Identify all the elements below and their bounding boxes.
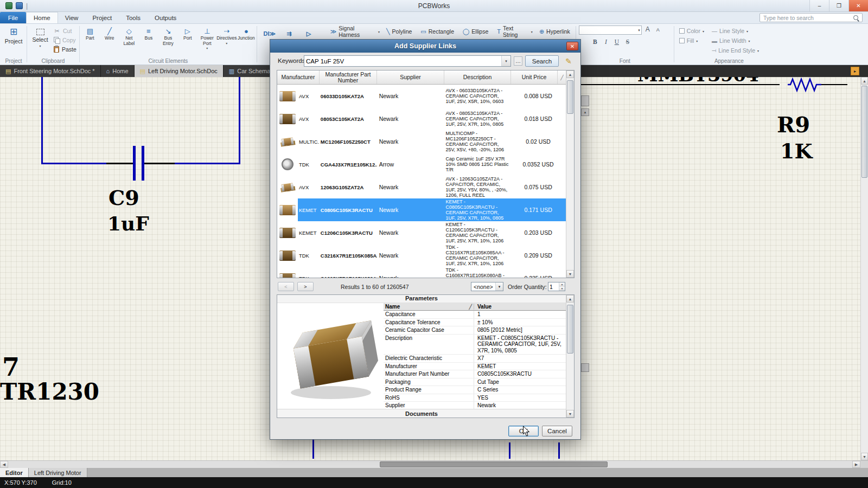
keywords-input[interactable] bbox=[306, 57, 500, 66]
ribbon-copy-button[interactable]: Copy bbox=[54, 36, 76, 44]
ribbon-bus-button[interactable]: ≡ Bus bbox=[139, 25, 158, 52]
param-name-header[interactable]: Name bbox=[384, 304, 465, 310]
transistor-part-label[interactable]: MMBT3904 bbox=[637, 77, 759, 84]
font-size-increase-button[interactable]: A bbox=[643, 25, 652, 35]
wire-segment[interactable] bbox=[312, 437, 314, 459]
wire-segment[interactable] bbox=[821, 84, 847, 85]
ribbon-directives-button[interactable]: ⇢ Directives ▾ bbox=[217, 25, 237, 52]
dialog-titlebar[interactable]: Add Supplier Links ✕ bbox=[270, 40, 580, 53]
ribbon-polyline-button[interactable]: ╲ Polyline bbox=[384, 27, 417, 36]
resistor-symbol[interactable] bbox=[788, 78, 821, 93]
column-header-unit-price[interactable]: Unit Price bbox=[511, 70, 558, 84]
wire-segment[interactable] bbox=[558, 442, 560, 459]
file-menu-button[interactable]: File bbox=[0, 12, 26, 23]
chevron-down-icon[interactable]: ▾ bbox=[501, 56, 510, 66]
font-size-decrease-button[interactable]: A bbox=[654, 25, 662, 35]
ribbon-power-port-button[interactable]: ⊥ Power Port ▾ bbox=[197, 25, 217, 52]
ok-button[interactable]: OK bbox=[508, 426, 539, 436]
wire-segment[interactable] bbox=[578, 84, 780, 85]
ribbon-bus-entry-button[interactable]: ↘ Bus Entry bbox=[158, 25, 178, 52]
parameters-section-header[interactable]: Parameters bbox=[277, 295, 566, 303]
order-quantity-stepper[interactable]: ▲▼ bbox=[548, 282, 565, 291]
ribbon-text-string-button[interactable]: T Text String ▾ bbox=[494, 27, 535, 36]
ribbon-signal-harness-button[interactable]: ≫ Signal Harness ▾ bbox=[328, 27, 382, 36]
doc-tab-home[interactable]: ⌂ Home bbox=[101, 65, 135, 77]
panel-grip[interactable] bbox=[581, 363, 589, 372]
scrollbar-thumb[interactable] bbox=[861, 86, 867, 178]
resistor-value[interactable]: 1K bbox=[780, 141, 812, 162]
scroll-down-icon[interactable]: ▼ bbox=[566, 410, 574, 418]
more-options-button[interactable]: … bbox=[514, 56, 522, 66]
wire-segment[interactable] bbox=[41, 163, 106, 164]
doc-tab-left-driving-motor-schdoc[interactable]: ▤ Left Driving Motor.SchDoc bbox=[135, 65, 224, 77]
supplier-result-row[interactable]: TDK C1608X7R1E105K080AB Newark TDK - C16… bbox=[277, 267, 566, 278]
ribbon-wire-button[interactable]: ╱ Wire bbox=[100, 25, 119, 52]
dialog-search-button[interactable]: Search bbox=[525, 55, 559, 67]
editor-vertical-scrollbar[interactable]: ▲ ▼ bbox=[860, 77, 868, 460]
capacitor-designator[interactable]: C9 bbox=[108, 188, 139, 208]
wire-segment[interactable] bbox=[144, 163, 175, 164]
tab-outputs[interactable]: Outputs bbox=[148, 12, 183, 23]
bottom-tab-editor[interactable]: Editor bbox=[0, 468, 29, 477]
italic-button[interactable]: I bbox=[602, 37, 610, 46]
capacitor-value[interactable]: 1uF bbox=[107, 214, 149, 233]
ribbon-part-button[interactable]: ▤ Part bbox=[80, 25, 100, 52]
underline-button[interactable]: U bbox=[612, 37, 621, 46]
ribbon-junction-button[interactable]: ● Junction bbox=[237, 25, 256, 52]
column-header-description[interactable]: Description bbox=[444, 70, 511, 84]
results-scrollbar[interactable]: ▲ ▼ bbox=[566, 70, 574, 278]
ribbon-net-label-button[interactable]: ◇ Net Label bbox=[119, 25, 139, 52]
search-input[interactable] bbox=[760, 15, 853, 21]
parameters-scrollbar[interactable]: ▲ ▼ bbox=[566, 295, 574, 418]
sort-indicator-icon[interactable]: ╱ bbox=[558, 75, 566, 80]
wire-segment[interactable] bbox=[41, 77, 43, 164]
panel-grip[interactable] bbox=[581, 95, 589, 106]
close-button[interactable]: ✕ bbox=[848, 0, 868, 11]
spinner-icons[interactable]: ▲▼ bbox=[559, 282, 565, 291]
ribbon-ellipse-button[interactable]: ◯ Ellipse bbox=[460, 27, 493, 36]
supplier-result-row[interactable]: TDK CGA4J3X7R1E105K12... Arrow Cap Ceram… bbox=[277, 153, 566, 176]
panel-collapse-icon[interactable]: ▴ bbox=[581, 108, 589, 116]
supplier-result-row[interactable]: MULTIC... MC1206F105Z250CT Newark MULTIC… bbox=[277, 130, 566, 153]
corner-designator[interactable]: 7 bbox=[2, 355, 20, 380]
tab-tools[interactable]: Tools bbox=[119, 12, 148, 23]
corner-part-label[interactable]: TR1230 bbox=[0, 381, 99, 403]
wire-segment[interactable] bbox=[239, 77, 240, 164]
ribbon-fill-button[interactable]: Fill ▾ bbox=[679, 37, 704, 44]
scroll-down-icon[interactable]: ▼ bbox=[861, 453, 868, 460]
ribbon-color-button[interactable]: Color ▾ bbox=[679, 28, 704, 34]
scrollbar-thumb[interactable] bbox=[380, 461, 608, 467]
scroll-up-icon[interactable]: ▲ bbox=[861, 77, 868, 85]
ribbon-line-style-button[interactable]: — Line Style ▾ bbox=[712, 28, 759, 34]
bold-button[interactable]: B bbox=[591, 37, 599, 46]
scroll-right-icon[interactable]: ▶ bbox=[852, 461, 860, 468]
scrollbar-thumb[interactable] bbox=[567, 80, 573, 114]
column-header-supplier[interactable]: Supplier bbox=[377, 70, 444, 84]
next-page-button[interactable]: > bbox=[297, 282, 314, 291]
dialog-close-button[interactable]: ✕ bbox=[566, 42, 578, 50]
ribbon-line-width-button[interactable]: ▬ Line Width ▾ bbox=[712, 37, 759, 44]
strikethrough-button[interactable]: S bbox=[623, 37, 632, 46]
previous-page-button[interactable]: < bbox=[278, 282, 294, 291]
global-search-box[interactable] bbox=[760, 13, 863, 22]
scroll-down-icon[interactable]: ▼ bbox=[566, 270, 574, 278]
resistor-designator[interactable]: R9 bbox=[777, 114, 810, 136]
minimize-button[interactable]: – bbox=[809, 0, 829, 11]
supplier-result-row[interactable]: KEMET C1206C105K3RACTU Newark KEMET - C1… bbox=[277, 221, 566, 244]
wire-segment[interactable] bbox=[106, 163, 133, 164]
editor-horizontal-scrollbar[interactable]: ◀ ▶ bbox=[0, 460, 868, 468]
doc-tab-front-steering-motor-schdoc-[interactable]: ▤ Front Steering Motor.SchDoc * bbox=[0, 65, 101, 77]
ribbon-paste-button[interactable]: Paste bbox=[54, 46, 76, 53]
supplier-result-row[interactable]: AVX 12063G105ZAT2A Newark AVX - 12063G10… bbox=[277, 176, 566, 198]
wire-segment[interactable] bbox=[509, 442, 510, 459]
bottom-tab-left-driving-motor[interactable]: Left Driving Motor bbox=[29, 468, 87, 477]
scrollbar-thumb[interactable] bbox=[567, 305, 573, 354]
ribbon-project-button[interactable]: ⊞ Project bbox=[1, 25, 26, 44]
tab-scroll-right-button[interactable]: ▸ bbox=[851, 67, 859, 75]
supplier-result-row[interactable]: KEMET C0805C105K3RACTU Newark KEMET - C0… bbox=[277, 198, 566, 221]
ribbon-port-button[interactable]: ▷ Port bbox=[178, 25, 197, 52]
edit-query-button[interactable]: ✎ bbox=[563, 55, 575, 67]
supplier-result-row[interactable]: AVX 08053C105KAT2A Newark AVX - 08053C10… bbox=[277, 107, 566, 130]
supplier-result-row[interactable]: TDK C3216X7R1E105K085AA Newark TDK - C32… bbox=[277, 244, 566, 267]
scroll-up-icon[interactable]: ▲ bbox=[566, 70, 574, 78]
